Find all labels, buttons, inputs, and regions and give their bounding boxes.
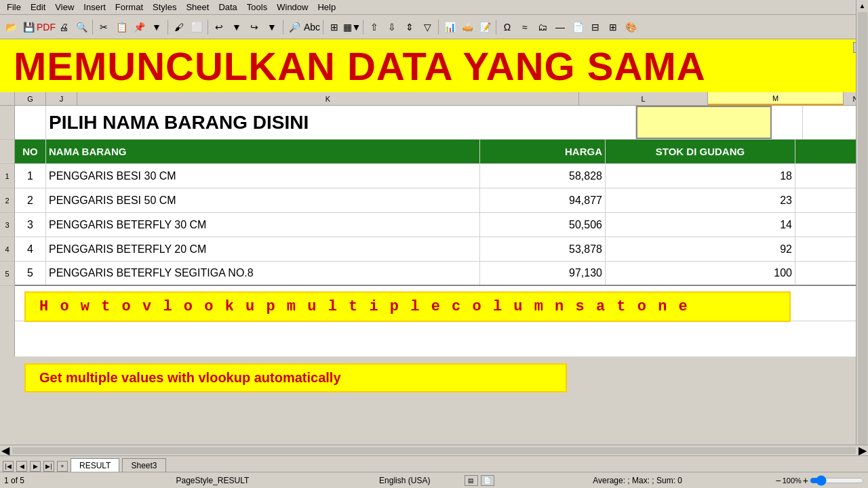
zoom-slider[interactable] [810, 475, 864, 486]
pie-btn[interactable]: 🥧 [459, 19, 475, 35]
form-btn[interactable]: 📝 [477, 19, 493, 35]
cell-nama-5[interactable]: PENGGARIS BETERFLY SEGITIGA NO.8 [46, 262, 480, 285]
cell-k-title[interactable]: PILIH NAMA BARANG DISINI [46, 106, 636, 139]
cell-no-5[interactable]: 5 [15, 262, 46, 285]
tab-last-btn[interactable]: ▶| [43, 461, 54, 472]
cell-no-3[interactable]: 3 [15, 213, 46, 237]
paint-btn[interactable]: 🖌 [171, 19, 187, 35]
cell-no-4[interactable]: 4 [15, 237, 46, 261]
menu-help[interactable]: Help [313, 1, 340, 14]
col-header-k[interactable]: K [77, 92, 579, 105]
h-scroll-thumb[interactable] [12, 447, 856, 454]
redo-drop-btn[interactable]: ▼ [264, 19, 280, 35]
cell-stok-3[interactable]: 14 [606, 213, 795, 237]
merge-btn[interactable]: ⊟ [587, 19, 604, 35]
special-char-btn[interactable]: Ω [499, 19, 515, 35]
locale-indicator: English (USA) [351, 476, 459, 485]
sep5 [323, 20, 323, 35]
title-row: PILIH NAMA BARANG DISINI [15, 106, 868, 140]
open-btn[interactable]: 📂 [3, 19, 19, 35]
print-btn[interactable]: 🖨 [56, 19, 72, 35]
cell-harga-5[interactable]: 97,130 [480, 262, 606, 285]
menu-styles[interactable]: Styles [149, 1, 180, 14]
cell-harga-3[interactable]: 50,506 [480, 213, 606, 237]
cut-btn[interactable]: ✂ [96, 19, 112, 35]
find-btn[interactable]: 🔎 [286, 19, 302, 35]
cell-harga-4[interactable]: 53,878 [480, 237, 606, 261]
tab-first-btn[interactable]: |◀ [3, 461, 14, 472]
chart-btn[interactable]: 📊 [441, 19, 458, 35]
tab-add-btn[interactable]: + [57, 461, 68, 472]
scroll-right-btn[interactable]: ▶ [857, 446, 868, 455]
cell-harga-2[interactable]: 94,877 [480, 188, 606, 212]
cell-stok-1[interactable]: 18 [606, 164, 795, 188]
menu-edit[interactable]: Edit [26, 1, 50, 14]
navigate-btn[interactable]: 🗂 [534, 19, 551, 35]
autofilter-btn[interactable]: ▽ [419, 19, 435, 35]
tab-result[interactable]: RESULT [71, 458, 119, 472]
zoom-out-btn[interactable]: − [776, 475, 781, 486]
view-print-btn[interactable]: 📄 [481, 475, 494, 486]
paste-special-btn[interactable]: ▼ [149, 19, 165, 35]
col-header-m[interactable]: M [708, 92, 844, 105]
col-header-l[interactable]: L [579, 92, 708, 105]
menu-window[interactable]: Window [273, 1, 312, 14]
scroll-up-btn[interactable]: ▲ [857, 0, 868, 11]
menu-tools[interactable]: Tools [243, 1, 271, 14]
line-btn[interactable]: ≈ [517, 19, 533, 35]
style-btn[interactable]: 🎨 [623, 19, 639, 35]
cell-stok-4[interactable]: 92 [606, 237, 795, 261]
redo-btn[interactable]: ↪ [246, 19, 262, 35]
spell-btn[interactable]: Abc [304, 19, 320, 35]
zoom-in-btn[interactable]: + [803, 475, 808, 486]
freeze-btn[interactable]: — [552, 19, 568, 35]
cell-n-title[interactable] [772, 106, 803, 139]
cell-nama-3[interactable]: PENGGARIS BETERFLY 30 CM [46, 213, 480, 237]
cell-nama-1[interactable]: PENGGARIS BESI 30 CM [46, 164, 480, 188]
cell-stok-5[interactable]: 100 [606, 262, 795, 285]
tab-bar: |◀ ◀ ▶ ▶| + RESULT Sheet3 [0, 455, 868, 472]
cell-no-1[interactable]: 1 [15, 164, 46, 188]
view-normal-btn[interactable]: ▤ [465, 475, 478, 486]
paste-btn[interactable]: 📌 [131, 19, 147, 35]
preview-btn[interactable]: 🔍 [73, 19, 90, 35]
cell-nama-2[interactable]: PENGGARIS BESI 50 CM [46, 188, 480, 212]
menu-data[interactable]: Data [214, 1, 241, 14]
cell-no-2[interactable]: 2 [15, 188, 46, 212]
save-btn[interactable]: 💾 [20, 19, 37, 35]
cell-harga-1[interactable]: 58,828 [480, 164, 606, 188]
scroll-left-btn[interactable]: ◀ [0, 446, 11, 455]
clone-btn[interactable]: ⬜ [189, 19, 205, 35]
col-btn[interactable]: ▦▼ [344, 19, 360, 35]
sort-asc-btn[interactable]: ⇧ [366, 19, 382, 35]
cell-stok-2[interactable]: 23 [606, 188, 795, 212]
menu-sheet[interactable]: Sheet [182, 1, 213, 14]
cell-nama-4[interactable]: PENGGARIS BETERFLY 20 CM [46, 237, 480, 261]
menu-file[interactable]: File [3, 1, 25, 14]
horizontal-scrollbar[interactable]: ◀ ▶ [0, 445, 868, 455]
cell-g-title[interactable] [15, 106, 46, 139]
scroll-thumb[interactable] [858, 12, 867, 476]
undo-btn[interactable]: ↩ [211, 19, 227, 35]
sort-desc-btn[interactable]: ⇩ [384, 19, 400, 35]
doc-btn[interactable]: 📄 [570, 19, 586, 35]
menu-format[interactable]: Format [111, 1, 147, 14]
table-btn[interactable]: ⊞ [326, 19, 342, 35]
menu-insert[interactable]: Insert [79, 1, 110, 14]
col-header-g[interactable]: G [15, 92, 46, 105]
tab-next-btn[interactable]: ▶ [30, 461, 41, 472]
menu-view[interactable]: View [51, 1, 78, 14]
row-num-header [0, 140, 15, 164]
vertical-scrollbar[interactable]: ▲ ▼ [856, 0, 868, 488]
undo-drop-btn[interactable]: ▼ [229, 19, 245, 35]
tab-sheet3[interactable]: Sheet3 [122, 458, 165, 472]
sort-btn[interactable]: ⇕ [401, 19, 418, 35]
table-row: 5 PENGGARIS BETERFLY SEGITIGA NO.8 97,13… [15, 262, 868, 286]
col-header-j[interactable]: J [46, 92, 77, 105]
cell-m-selected[interactable] [636, 106, 772, 139]
sep4 [283, 20, 283, 35]
tab-prev-btn[interactable]: ◀ [16, 461, 27, 472]
split-btn[interactable]: ⊞ [605, 19, 621, 35]
copy-btn[interactable]: 📋 [113, 19, 130, 35]
pdf-btn[interactable]: PDF [38, 19, 54, 35]
